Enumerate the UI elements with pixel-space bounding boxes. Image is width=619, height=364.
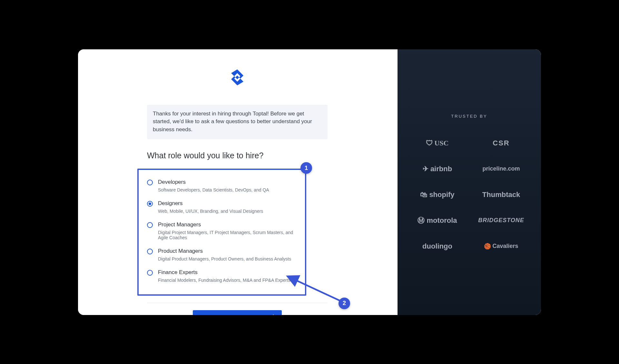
role-option-designers[interactable]: Designers Web, Mobile, UI/UX, Branding, … xyxy=(147,197,298,218)
logo-usc: 🛡USC xyxy=(413,137,462,149)
logo-cavaliers-text: Cavaliers xyxy=(492,243,518,250)
option-title: Project Managers xyxy=(158,221,298,228)
options-highlight-box: 1 Developers Software Developers, Data S… xyxy=(137,169,306,296)
logo-airbnb-text: airbnb xyxy=(430,165,452,173)
right-pane: TRUSTED BY 🛡USC CSR ✈airbnb priceline.co… xyxy=(398,49,541,315)
logo-bridgestone: BRIDGESTONE xyxy=(477,215,526,226)
intro-text: Thanks for your interest in hiring throu… xyxy=(153,111,312,133)
left-pane: Thanks for your interest in hiring throu… xyxy=(78,49,398,315)
logo-csr: CSR xyxy=(477,137,526,149)
role-option-product-managers[interactable]: Product Managers Digital Product Manager… xyxy=(147,245,298,266)
logo-bridgestone-text: BRIDGESTONE xyxy=(478,217,524,224)
radio-icon xyxy=(147,180,153,185)
trusted-by-heading: TRUSTED BY xyxy=(451,114,487,119)
logo-motorola: Ⓜmotorola xyxy=(413,215,462,226)
logo-duolingo: duolingo xyxy=(413,241,462,252)
option-subtitle: Web, Mobile, UI/UX, Branding, and Visual… xyxy=(158,209,298,214)
logo-shopify-text: shopify xyxy=(429,191,454,199)
annotation-badge-2-label: 2 xyxy=(343,300,346,307)
radio-icon xyxy=(147,270,153,276)
option-title: Developers xyxy=(158,179,298,185)
logo-usc-text: USC xyxy=(434,139,448,147)
annotation-badge-1-label: 1 xyxy=(305,165,308,172)
option-body: Developers Software Developers, Data Sci… xyxy=(158,179,298,192)
radio-icon xyxy=(147,201,153,207)
option-title: Finance Experts xyxy=(158,269,298,276)
logo-duolingo-text: duolingo xyxy=(422,242,452,251)
divider xyxy=(147,303,328,303)
option-body: Finance Experts Financial Modelers, Fund… xyxy=(158,269,298,283)
question-heading: What role would you like to hire? xyxy=(147,151,328,160)
option-subtitle: Financial Modelers, Fundraising Advisors… xyxy=(158,278,298,283)
stage: Thanks for your interest in hiring throu… xyxy=(78,49,541,315)
left-inner: Thanks for your interest in hiring throu… xyxy=(147,69,328,315)
logo-motorola-text: motorola xyxy=(427,216,457,225)
chevron-right-icon xyxy=(273,314,276,315)
role-option-project-managers[interactable]: Project Managers Digital Project Manager… xyxy=(147,218,298,245)
logo-airbnb: ✈airbnb xyxy=(413,163,462,175)
intro-box: Thanks for your interest in hiring throu… xyxy=(147,105,328,140)
trusted-by-text: TRUSTED BY xyxy=(451,114,487,119)
logo-priceline: priceline.com xyxy=(477,163,526,175)
cta-row: Get Started xyxy=(147,310,328,315)
option-subtitle: Software Developers, Data Scientists, De… xyxy=(158,187,298,192)
logo-thumbtack-text: Thumbtack xyxy=(482,191,520,199)
role-option-developers[interactable]: Developers Software Developers, Data Sci… xyxy=(147,176,298,197)
logo-cavaliers: 🏀Cavaliers xyxy=(477,241,526,252)
radio-icon xyxy=(147,222,153,228)
toptal-logo-icon xyxy=(231,81,243,86)
logo-shopify: 🛍shopify xyxy=(413,189,462,201)
option-body: Designers Web, Mobile, UI/UX, Branding, … xyxy=(158,200,298,214)
radio-icon xyxy=(147,249,153,254)
question-text: What role would you like to hire? xyxy=(147,151,263,160)
brand-logo xyxy=(147,69,328,87)
option-subtitle: Digital Project Managers, IT Project Man… xyxy=(158,230,298,240)
logo-grid: 🛡USC CSR ✈airbnb priceline.com 🛍shopify … xyxy=(413,137,526,252)
logo-csr-text: CSR xyxy=(493,139,509,147)
option-title: Designers xyxy=(158,200,298,207)
option-subtitle: Digital Product Managers, Product Owners… xyxy=(158,256,298,261)
option-title: Product Managers xyxy=(158,248,298,254)
role-option-finance-experts[interactable]: Finance Experts Financial Modelers, Fund… xyxy=(147,266,298,287)
annotation-badge-2: 2 xyxy=(339,298,350,309)
option-body: Product Managers Digital Product Manager… xyxy=(158,248,298,261)
option-body: Project Managers Digital Project Manager… xyxy=(158,221,298,240)
logo-priceline-text: priceline.com xyxy=(482,165,520,172)
get-started-button[interactable]: Get Started xyxy=(193,310,282,315)
logo-thumbtack: Thumbtack xyxy=(477,189,526,201)
annotation-badge-1: 1 xyxy=(300,162,312,174)
